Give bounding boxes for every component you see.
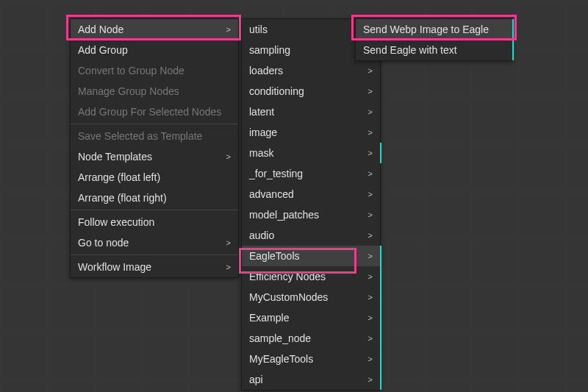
- menu-item-label: _for_testing: [249, 168, 303, 179]
- menu-item-label: Workflow Image: [78, 261, 151, 273]
- menu-item-label: Send Webp Image to Eagle: [363, 24, 489, 35]
- menu-item-add-group[interactable]: Add Group: [71, 40, 238, 60]
- submenu-item-conditioning[interactable]: conditioning >: [242, 81, 380, 101]
- submenu-item-model-patches[interactable]: model_patches >: [242, 204, 380, 225]
- menu-item-label: Manage Group Nodes: [78, 85, 179, 97]
- menu-item-label: loaders: [249, 65, 283, 76]
- menu-item-label: MyEagleTools: [249, 353, 313, 365]
- submenu-item-example[interactable]: Example >: [242, 307, 380, 328]
- menu-item-label: Arrange (float right): [78, 192, 167, 204]
- menu-item-label: sampling: [249, 44, 290, 56]
- submenu-item-eagletools[interactable]: EagleTools >: [242, 246, 380, 266]
- menu-divider: [71, 124, 238, 124]
- menu-item-label: model_patches: [249, 209, 319, 221]
- submenu-item-sample-node[interactable]: sample_node >: [242, 328, 380, 349]
- chevron-right-icon: >: [368, 190, 373, 199]
- chevron-right-icon: >: [368, 375, 373, 384]
- menu-divider: [71, 254, 238, 255]
- submenu-item-api[interactable]: api >: [242, 369, 380, 390]
- submenu-item-advanced[interactable]: advanced >: [242, 184, 380, 204]
- menu-item-arrange-float-right[interactable]: Arrange (float right): [71, 188, 238, 208]
- chevron-right-icon: >: [368, 272, 373, 281]
- menu-item-label: utils: [249, 24, 268, 35]
- chevron-right-icon: >: [368, 149, 373, 157]
- submenu-item-efficiency-nodes[interactable]: Efficiency Nodes >: [242, 266, 380, 287]
- chevron-right-icon: >: [368, 231, 373, 240]
- menu-item-label: Add Group: [78, 44, 128, 56]
- menu-item-label: api: [249, 374, 263, 385]
- chevron-right-icon: >: [368, 313, 373, 322]
- menu-item-label: Add Group For Selected Nodes: [78, 106, 221, 118]
- menu-item-label: latent: [249, 106, 274, 118]
- chevron-right-icon: >: [368, 334, 373, 343]
- chevron-right-icon: >: [226, 152, 231, 161]
- context-menu-root: Add Node > Add Group Convert to Group No…: [70, 18, 239, 278]
- chevron-right-icon: >: [368, 210, 373, 219]
- menu-item-label: Add Node: [78, 24, 123, 35]
- menu-item-label: Efficiency Nodes: [249, 271, 326, 282]
- chevron-right-icon: >: [226, 25, 231, 34]
- menu-item-label: sample_node: [249, 332, 311, 344]
- menu-item-label: mask: [249, 147, 273, 159]
- menu-item-label: Arrange (float left): [78, 171, 160, 183]
- chevron-right-icon: >: [226, 263, 231, 271]
- menu-item-label: Follow execution: [78, 216, 154, 228]
- menu-item-node-templates[interactable]: Node Templates >: [71, 146, 238, 167]
- submenu-item-loaders[interactable]: loaders >: [242, 60, 380, 81]
- submenu-categories: utils > sampling > loaders > conditionin…: [241, 18, 381, 391]
- submenu-item-mycustomnodes[interactable]: MyCustomNodes >: [242, 287, 380, 307]
- chevron-right-icon: >: [368, 169, 373, 178]
- chevron-right-icon: >: [368, 87, 373, 96]
- menu-item-label: Go to node: [78, 237, 129, 249]
- menu-item-label: Send Eagle with text: [363, 44, 457, 56]
- chevron-right-icon: >: [368, 252, 373, 260]
- menu-item-label: advanced: [249, 188, 294, 200]
- menu-item-label: conditioning: [249, 85, 304, 97]
- submenu-item-send-webp-image-to-eagle[interactable]: Send Webp Image to Eagle: [356, 19, 512, 40]
- menu-item-follow-execution[interactable]: Follow execution: [71, 212, 238, 232]
- menu-item-label: EagleTools: [249, 250, 300, 262]
- menu-item-arrange-float-left[interactable]: Arrange (float left): [71, 167, 238, 188]
- chevron-right-icon: >: [226, 238, 231, 247]
- menu-item-go-to-node[interactable]: Go to node >: [71, 232, 238, 253]
- menu-item-convert-to-group-node: Convert to Group Node: [71, 60, 238, 81]
- submenu-item-audio[interactable]: audio >: [242, 225, 380, 246]
- menu-item-label: Convert to Group Node: [78, 65, 184, 76]
- menu-item-label: MyCustomNodes: [249, 291, 328, 303]
- menu-item-label: audio: [249, 229, 274, 241]
- menu-item-manage-group-nodes: Manage Group Nodes: [71, 81, 238, 101]
- submenu-item-latent[interactable]: latent >: [242, 101, 380, 122]
- chevron-right-icon: >: [368, 128, 373, 137]
- menu-item-label: Example: [249, 312, 289, 324]
- menu-item-label: Save Selected as Template: [78, 130, 202, 142]
- submenu-eagletools: Send Webp Image to Eagle Send Eagle with…: [355, 18, 513, 61]
- submenu-item-image[interactable]: image >: [242, 122, 380, 143]
- menu-divider: [71, 210, 238, 210]
- menu-item-label: image: [249, 126, 277, 138]
- chevron-right-icon: >: [368, 293, 373, 302]
- submenu-item-send-eagle-with-text[interactable]: Send Eagle with text: [356, 40, 512, 60]
- menu-item-add-node[interactable]: Add Node >: [71, 19, 238, 40]
- chevron-right-icon: >: [368, 66, 373, 75]
- menu-item-add-group-for-selected: Add Group For Selected Nodes: [71, 101, 238, 122]
- chevron-right-icon: >: [368, 354, 373, 363]
- menu-item-save-selected-as-template: Save Selected as Template: [71, 126, 238, 146]
- submenu-item-myeagletools[interactable]: MyEagleTools >: [242, 349, 380, 369]
- submenu-item-for-testing[interactable]: _for_testing >: [242, 163, 380, 184]
- menu-item-workflow-image[interactable]: Workflow Image >: [71, 257, 238, 277]
- chevron-right-icon: >: [368, 107, 373, 116]
- menu-item-label: Node Templates: [78, 151, 152, 163]
- submenu-item-mask[interactable]: mask >: [242, 143, 380, 163]
